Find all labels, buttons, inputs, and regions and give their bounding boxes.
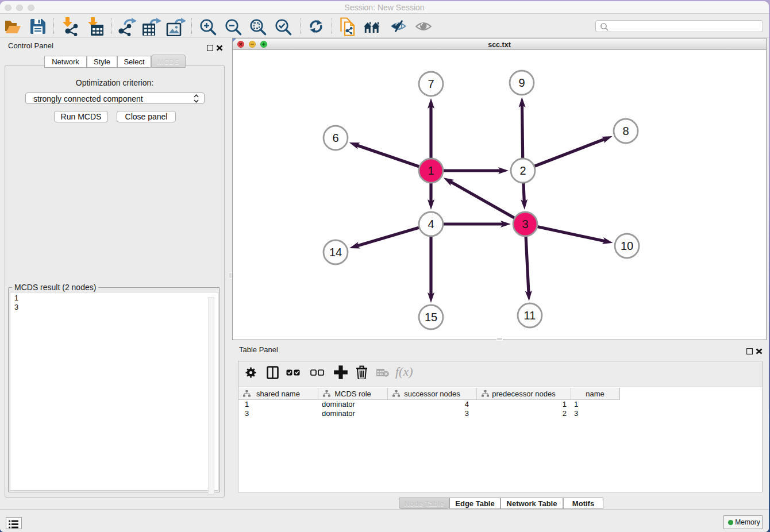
svg-text:8: 8 xyxy=(622,125,629,137)
svg-text:2: 2 xyxy=(519,164,526,177)
svg-text:3: 3 xyxy=(522,218,528,230)
svg-text:7: 7 xyxy=(428,78,434,90)
svg-text:11: 11 xyxy=(524,309,536,322)
svg-text:10: 10 xyxy=(621,240,633,252)
svg-text:6: 6 xyxy=(332,132,338,144)
svg-text:15: 15 xyxy=(425,311,437,323)
svg-text:1: 1 xyxy=(428,164,434,177)
svg-text:9: 9 xyxy=(518,76,525,89)
svg-text:14: 14 xyxy=(329,246,342,259)
svg-text:4: 4 xyxy=(428,218,434,230)
